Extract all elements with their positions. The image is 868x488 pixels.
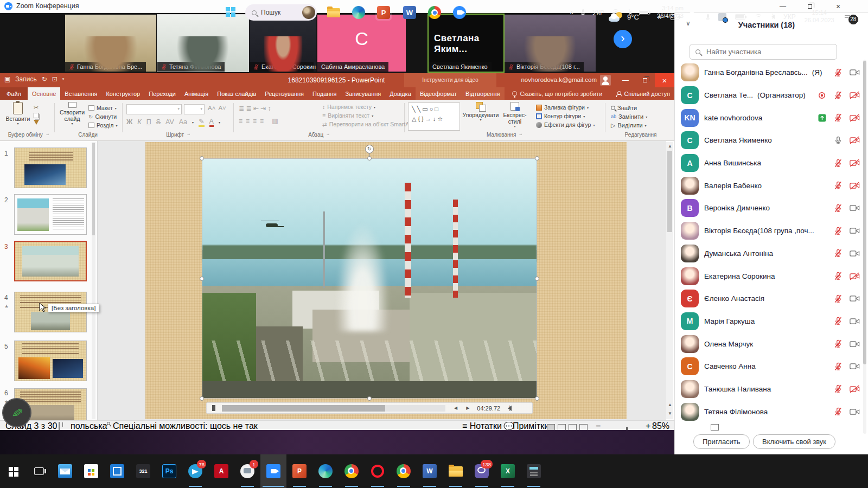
taskbar-powerpoint-icon[interactable]: P: [286, 454, 312, 488]
ribbon-tab-файл[interactable]: Файл: [0, 87, 28, 100]
ribbon-tab-подання[interactable]: Подання: [308, 87, 341, 100]
participant-row[interactable]: Олена Марчук: [681, 332, 860, 355]
dialog-launcher-icon[interactable]: ⌐: [46, 132, 49, 137]
share-button[interactable]: Спільний доступ: [616, 87, 670, 100]
slide-thumbnail-5[interactable]: [14, 341, 87, 381]
next-slide-icon[interactable]: ▼: [668, 411, 672, 416]
muted-mic-icon[interactable]: [833, 317, 844, 325]
ribbon-tab-основне[interactable]: Основне: [28, 87, 60, 100]
muted-mic-icon[interactable]: [833, 159, 844, 168]
video-tile[interactable]: Ганна Богданівна Бре...: [65, 15, 156, 72]
participant-row[interactable]: CСавченко Анна: [681, 355, 860, 378]
taskbar-calculator-icon[interactable]: [521, 454, 547, 488]
ribbon-tab-показ-слайдів[interactable]: Показ слайдів: [213, 87, 260, 100]
resize-handle[interactable]: [535, 156, 539, 160]
muted-mic-icon[interactable]: [833, 91, 844, 100]
strikethrough-button[interactable]: S: [156, 118, 161, 126]
scroll-up-icon[interactable]: ▲: [668, 144, 672, 149]
pause-button[interactable]: [212, 405, 215, 411]
muted-mic-icon[interactable]: [833, 384, 844, 393]
shrink-font-icon[interactable]: A˅: [218, 105, 226, 111]
taskbar-edge-icon[interactable]: [312, 454, 339, 488]
camera-off-icon[interactable]: [849, 114, 860, 122]
win11-search-box[interactable]: Пошук: [245, 4, 317, 21]
ppt-quick-access-toolbar[interactable]: ▣ Запись ↻ ⊡ ▾: [4, 75, 64, 83]
ribbon-tab-конструктор[interactable]: Конструктор: [101, 87, 144, 100]
search-input[interactable]: [706, 48, 826, 56]
camera-on-icon[interactable]: [849, 317, 860, 325]
rotate-handle[interactable]: ↻: [365, 145, 374, 153]
participant-row[interactable]: Танюшка Наливана: [681, 378, 860, 401]
quick-styles-button[interactable]: Експрес-стилі▾: [499, 102, 531, 129]
section-button[interactable]: Розділ▾: [88, 121, 117, 130]
participant-row[interactable]: CСветлана Те...(Организатор): [681, 84, 860, 107]
participant-row[interactable]: ЄЄленко Анастасія: [681, 287, 860, 310]
dialog-launcher-icon[interactable]: ⌐: [327, 132, 329, 137]
taskbar-word-icon[interactable]: W: [401, 4, 418, 21]
change-case-button[interactable]: Aa: [179, 118, 187, 126]
underline-button[interactable]: П: [146, 118, 151, 126]
teams-tray-icon[interactable]: [718, 13, 726, 21]
taskbar-excel-icon[interactable]: X: [495, 454, 521, 488]
resize-handle[interactable]: [535, 277, 539, 281]
shape-effects-button[interactable]: Ефекти для фігур▾: [536, 120, 595, 129]
taskbar-explorer-icon[interactable]: [443, 454, 469, 488]
muted-mic-icon[interactable]: [833, 362, 844, 371]
character-spacing-button[interactable]: AV: [165, 118, 174, 126]
ppt-minimize-button[interactable]: —: [616, 73, 635, 87]
ppt-close-button[interactable]: ×: [655, 73, 674, 87]
dialog-launcher-icon[interactable]: ⌐: [187, 132, 190, 137]
previous-slide-icon[interactable]: ▲: [668, 402, 672, 407]
muted-mic-icon[interactable]: [833, 249, 844, 258]
taskbar-acrobat-icon[interactable]: A: [208, 454, 234, 488]
taskbar-edge-icon[interactable]: [350, 4, 367, 21]
dialog-launcher-icon[interactable]: ⌐: [519, 132, 522, 137]
participant-row[interactable]: CСветлана Якименко: [681, 129, 860, 152]
italic-button[interactable]: К: [137, 118, 141, 126]
ribbon-tab-відеоформат[interactable]: Відеоформат: [416, 87, 461, 100]
participant-row[interactable]: KNkate novhorodova: [681, 106, 860, 129]
camera-on-icon[interactable]: [849, 249, 860, 258]
reset-button[interactable]: ↻Скинути: [88, 112, 117, 121]
taskbar-viber-icon[interactable]: 138: [469, 454, 495, 488]
muted-mic-icon[interactable]: [833, 113, 844, 122]
taskbar-zoom-icon[interactable]: [260, 454, 286, 488]
shapes-gallery[interactable]: ╲╲▭○□△{}→↓☆: [408, 102, 460, 131]
taskbar-media-321-icon[interactable]: 321: [130, 454, 156, 488]
taskbar-word-icon[interactable]: W: [417, 454, 443, 488]
ribbon-tab-записування[interactable]: Записування: [341, 87, 385, 100]
layout-button[interactable]: Макет▾: [88, 104, 117, 112]
muted-mic-icon[interactable]: [833, 181, 844, 190]
ribbon-tab-анімація[interactable]: Анімація: [180, 87, 213, 100]
taskbar-powerpoint-icon[interactable]: P: [375, 4, 392, 21]
taskbar-store-icon[interactable]: [78, 454, 104, 488]
participant-row[interactable]: Тетяна Філімонова: [681, 400, 860, 423]
resize-handle[interactable]: [200, 156, 204, 160]
taskbar-chat-icon[interactable]: 1: [234, 454, 260, 488]
resize-handle[interactable]: [200, 396, 204, 401]
copy-icon[interactable]: [34, 113, 39, 118]
font-size-select[interactable]: [184, 104, 205, 114]
camera-on-icon[interactable]: [849, 68, 860, 76]
cut-icon[interactable]: ✂: [34, 104, 39, 111]
thumbnails-scrollbar-thumb[interactable]: [92, 143, 95, 235]
participant-row[interactable]: Валерія Бабенко: [681, 174, 860, 197]
alignment-buttons[interactable]: ≡≡≡≡ ▥: [239, 117, 282, 125]
camera-off-icon[interactable]: [849, 272, 860, 280]
unmute-button[interactable]: Включить свой звук: [753, 434, 835, 449]
language-indicator[interactable]: УКР: [592, 9, 604, 16]
taskbar-zoom-icon[interactable]: [451, 4, 468, 21]
muted-mic-icon[interactable]: [833, 272, 844, 280]
font-family-select[interactable]: [126, 104, 182, 114]
mic-icon[interactable]: [833, 136, 844, 145]
video-tile[interactable]: Екатерина Сорокина: [250, 15, 316, 72]
participant-row[interactable]: Думанська Антоніна: [681, 242, 860, 265]
taskbar-telegram-icon[interactable]: 76: [182, 454, 208, 488]
format-painter-icon[interactable]: [34, 120, 39, 125]
shape-fill-button[interactable]: Заливка фігури▾: [536, 103, 595, 112]
list-indent-buttons[interactable]: ≣ ≣ ⇤ ⇥ ↕: [239, 105, 271, 112]
camera-on-icon[interactable]: [849, 204, 860, 212]
muted-mic-icon[interactable]: [833, 407, 844, 416]
resize-handle[interactable]: [200, 277, 204, 281]
participant-row[interactable]: AАнна Вишинська: [681, 152, 860, 175]
